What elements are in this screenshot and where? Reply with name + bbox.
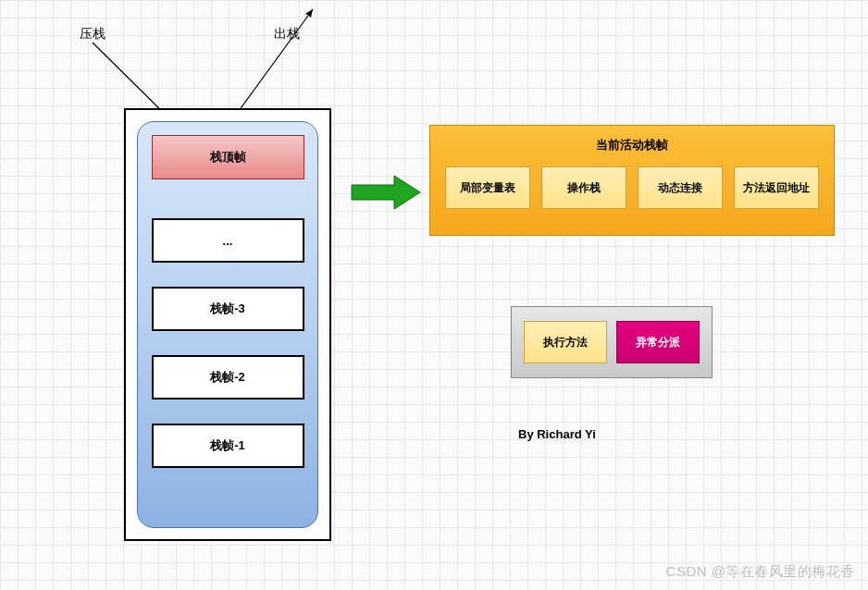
cell-local-vars: 局部变量表 <box>445 166 530 209</box>
cell-exception-dispatch: 异常分派 <box>616 321 700 363</box>
frame-top: 栈顶帧 <box>152 135 304 179</box>
active-frame-cells: 局部变量表 操作栈 动态连接 方法返回地址 <box>445 166 819 209</box>
frame-1: 栈帧-1 <box>152 424 304 468</box>
stack-container-inner: 栈顶帧 ... 栈帧-3 栈帧-2 栈帧-1 <box>137 121 318 528</box>
watermark-label: CSDN @等在春风里的梅花香 <box>666 563 855 581</box>
cell-operand-stack: 操作栈 <box>541 166 626 209</box>
cell-dynamic-link: 动态连接 <box>638 166 723 209</box>
frame-3: 栈帧-3 <box>152 287 304 331</box>
handler-panel: 执行方法 异常分派 <box>511 306 713 378</box>
frame-ellipsis: ... <box>152 218 304 263</box>
cell-return-addr: 方法返回地址 <box>734 166 819 209</box>
stack-container-outer: 栈顶帧 ... 栈帧-3 栈帧-2 栈帧-1 <box>124 108 331 541</box>
active-frame-panel: 当前活动栈帧 局部变量表 操作栈 动态连接 方法返回地址 <box>429 125 835 236</box>
active-frame-title: 当前活动栈帧 <box>596 137 668 154</box>
frame-2: 栈帧-2 <box>152 355 304 399</box>
author-label: By Richard Yi <box>518 427 596 441</box>
arrow-right-icon <box>350 174 422 211</box>
cell-exec-method: 执行方法 <box>524 321 607 363</box>
